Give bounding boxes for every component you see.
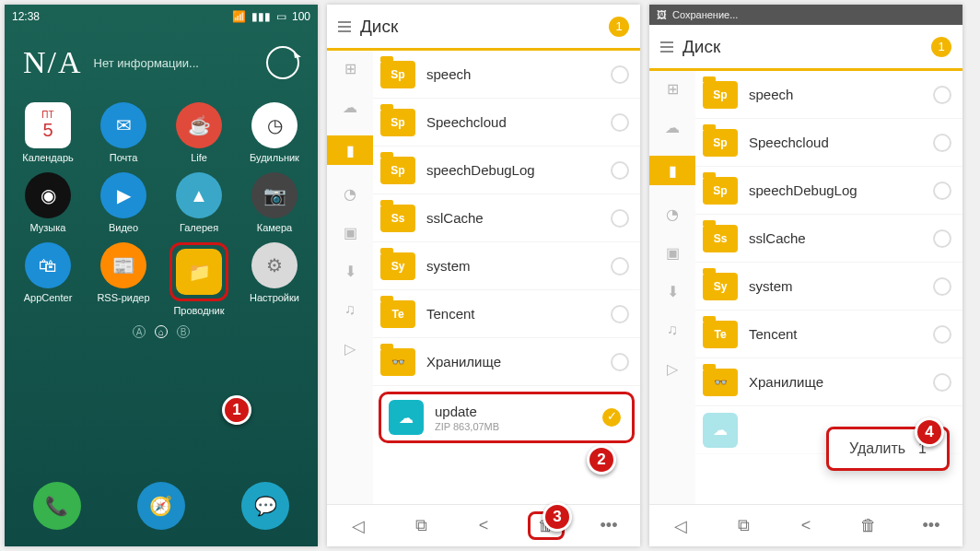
sb-video-icon[interactable]: ▷ bbox=[662, 358, 682, 379]
folder-name: sslCache bbox=[749, 230, 922, 246]
select-radio[interactable] bbox=[611, 161, 629, 180]
folder-name: speechDebugLog bbox=[749, 182, 922, 198]
folder-item[interactable]: Sp speechDebugLog bbox=[695, 167, 962, 215]
select-radio[interactable] bbox=[933, 277, 951, 296]
app-Календарь[interactable]: ПТ5Календарь bbox=[10, 102, 86, 163]
sb-storage-icon[interactable]: ▮ bbox=[649, 156, 695, 185]
select-radio[interactable] bbox=[933, 373, 951, 392]
select-radio[interactable] bbox=[611, 353, 629, 371]
folder-item[interactable]: Ss sslCache bbox=[695, 215, 962, 263]
pager-a[interactable]: A bbox=[133, 325, 146, 338]
sb-tree-icon[interactable]: ⊞ bbox=[662, 78, 682, 99]
app-Музыка[interactable]: ◉Музыка bbox=[10, 172, 86, 233]
select-radio[interactable] bbox=[611, 209, 629, 228]
app-Будильник[interactable]: ◷Будильник bbox=[237, 102, 312, 163]
sb-download-icon[interactable]: ⬇ bbox=[340, 261, 360, 281]
status-bar: 12:38 📶 ▮▮▮ ▭ 100 bbox=[5, 5, 318, 29]
menu-icon[interactable] bbox=[660, 41, 673, 53]
app-Проводник[interactable]: 📁Проводник bbox=[161, 242, 237, 316]
app-RSS-ридер[interactable]: 📰RSS-ридер bbox=[86, 242, 161, 316]
signal-icon: ▮▮▮ bbox=[251, 10, 271, 23]
dock-icon[interactable]: 🧭 bbox=[137, 482, 185, 530]
file-manager-delete: 🖼 Сохранение... Диск 1 ⊞ ☁ ▮ ◔ ▣ ⬇ ♫ ▷ S… bbox=[649, 5, 962, 546]
app-Видео[interactable]: ▶Видео bbox=[86, 172, 161, 233]
fm-title: Диск bbox=[360, 17, 600, 37]
select-radio[interactable] bbox=[933, 325, 951, 344]
select-radio[interactable] bbox=[933, 134, 951, 152]
folder-item[interactable]: Te Tencent bbox=[373, 290, 640, 338]
clock: 12:38 bbox=[12, 10, 40, 23]
refresh-icon[interactable] bbox=[266, 46, 299, 79]
sb-tree-icon[interactable]: ⊞ bbox=[340, 58, 360, 78]
back-button[interactable]: ◁ bbox=[340, 516, 377, 536]
dock-icon[interactable]: 📞 bbox=[33, 482, 81, 530]
sb-recent-icon[interactable]: ◔ bbox=[662, 204, 682, 224]
select-radio[interactable] bbox=[933, 182, 951, 200]
folder-item[interactable]: Sy system bbox=[695, 263, 962, 311]
file-update-zip[interactable]: ☁ update ZIP 863,07MB bbox=[379, 392, 635, 443]
sb-images-icon[interactable]: ▣ bbox=[662, 242, 682, 263]
app-Life[interactable]: ☕Life bbox=[161, 102, 237, 163]
callout-1: 1 bbox=[222, 395, 251, 425]
folder-name: speechDebugLog bbox=[426, 162, 600, 178]
app-AppCenter[interactable]: 🛍AppCenter bbox=[10, 242, 86, 316]
app-label: Календарь bbox=[22, 152, 74, 163]
folder-item[interactable]: 👓 Хранилище bbox=[695, 358, 962, 406]
selection-count-badge: 1 bbox=[931, 37, 951, 57]
weather-widget[interactable]: N/A Нет информации... bbox=[5, 29, 318, 93]
fm-file-list[interactable]: Sp speech Sp Speechcloud Sp speechDebugL… bbox=[373, 51, 640, 504]
share-button[interactable]: < bbox=[788, 516, 824, 535]
more-button[interactable]: ••• bbox=[913, 516, 950, 535]
back-button[interactable]: ◁ bbox=[662, 516, 699, 536]
sb-images-icon[interactable]: ▣ bbox=[340, 222, 360, 242]
dock-icon[interactable]: 💬 bbox=[241, 482, 289, 530]
menu-icon[interactable] bbox=[338, 21, 351, 32]
sb-cloud-icon[interactable]: ☁ bbox=[340, 97, 360, 117]
select-radio[interactable] bbox=[611, 257, 629, 276]
page-indicator: A ⌂ B bbox=[5, 325, 318, 338]
folder-item[interactable]: Te Tencent bbox=[695, 311, 962, 358]
fm-sidebar: ⊞ ☁ ▮ ◔ ▣ ⬇ ♫ ▷ bbox=[327, 51, 373, 504]
select-button[interactable]: ⧉ bbox=[402, 516, 439, 535]
select-radio[interactable] bbox=[611, 65, 629, 84]
sb-recent-icon[interactable]: ◔ bbox=[340, 183, 360, 204]
select-radio[interactable] bbox=[602, 408, 621, 427]
select-radio[interactable] bbox=[611, 113, 629, 132]
selection-count-badge: 1 bbox=[609, 17, 629, 37]
callout-4: 4 bbox=[915, 417, 944, 447]
app-Галерея[interactable]: ▲Галерея bbox=[161, 172, 237, 233]
select-radio[interactable] bbox=[933, 86, 951, 104]
app-Настройки[interactable]: ⚙Настройки bbox=[237, 242, 312, 316]
delete-button[interactable]: 🗑 bbox=[850, 516, 887, 535]
folder-item[interactable]: 👓 Хранилище bbox=[373, 338, 640, 386]
app-Камера[interactable]: 📷Камера bbox=[237, 172, 312, 233]
share-button[interactable]: < bbox=[465, 516, 502, 535]
sb-music-icon[interactable]: ♫ bbox=[340, 299, 360, 320]
folder-name: speech bbox=[426, 66, 600, 82]
folder-name: speech bbox=[749, 87, 922, 102]
folder-name: Tencent bbox=[426, 306, 600, 322]
sb-download-icon[interactable]: ⬇ bbox=[662, 281, 682, 301]
battery-pct: 100 bbox=[292, 10, 310, 23]
folder-item[interactable]: Sp Speechcloud bbox=[373, 99, 640, 147]
folder-item[interactable]: Ss sslCache bbox=[373, 194, 640, 242]
app-label: Life bbox=[191, 152, 207, 163]
more-button[interactable]: ••• bbox=[590, 516, 627, 535]
folder-item[interactable]: Sp speech bbox=[695, 71, 962, 119]
folder-item[interactable]: Sy system bbox=[373, 242, 640, 290]
pager-home[interactable]: ⌂ bbox=[155, 325, 168, 338]
sb-music-icon[interactable]: ♫ bbox=[662, 320, 682, 340]
delete-label: Удалить bbox=[849, 440, 905, 457]
folder-item[interactable]: Sp speech bbox=[373, 51, 640, 99]
select-radio[interactable] bbox=[611, 305, 629, 323]
sb-video-icon[interactable]: ▷ bbox=[340, 338, 360, 358]
wifi-icon: 📶 bbox=[232, 10, 246, 23]
folder-item[interactable]: Sp Speechcloud bbox=[695, 119, 962, 167]
select-radio[interactable] bbox=[933, 229, 951, 248]
pager-b[interactable]: B bbox=[177, 325, 190, 338]
folder-item[interactable]: Sp speechDebugLog bbox=[373, 147, 640, 194]
sb-storage-icon[interactable]: ▮ bbox=[327, 135, 373, 165]
app-Почта[interactable]: ✉Почта bbox=[86, 102, 161, 163]
select-button[interactable]: ⧉ bbox=[725, 516, 762, 535]
sb-cloud-icon[interactable]: ☁ bbox=[662, 117, 682, 137]
